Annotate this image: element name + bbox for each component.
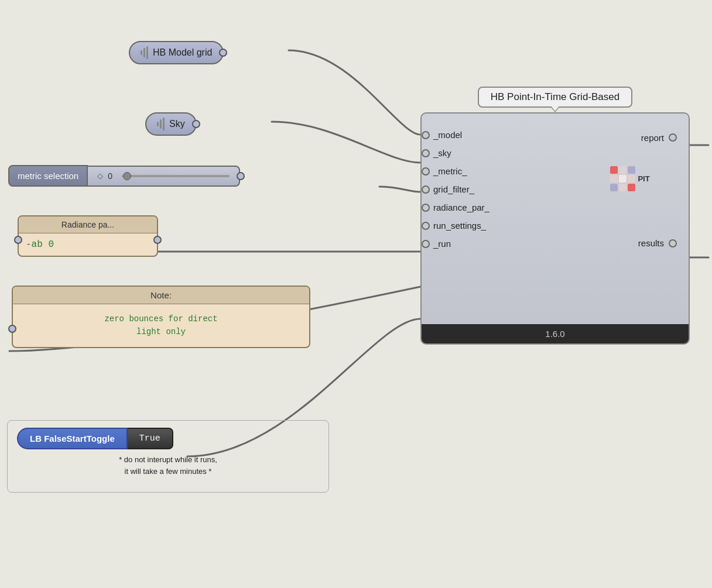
false-start-toggle-button[interactable]: LB FalseStartToggle bbox=[17, 428, 128, 449]
note-input-port[interactable] bbox=[8, 325, 16, 333]
main-node-title-box: HB Point-In-Time Grid-Based bbox=[478, 87, 632, 108]
input-radiance-par-label: radiance_par_ bbox=[433, 202, 490, 212]
input-sky-row: _sky bbox=[433, 148, 577, 158]
metric-slider-wrap[interactable]: ◇ 0 bbox=[88, 166, 240, 187]
input-run-port[interactable] bbox=[422, 240, 430, 248]
note-line2: light only bbox=[136, 327, 186, 336]
metric-slider-thumb[interactable] bbox=[123, 172, 131, 180]
sky-node[interactable]: Sky bbox=[145, 112, 197, 136]
metric-selection-label: metric selection bbox=[8, 165, 88, 187]
radiance-param-output-port[interactable] bbox=[153, 236, 162, 244]
note-line1: zero bounces for direct bbox=[104, 314, 217, 324]
sky-output-port[interactable] bbox=[192, 120, 200, 128]
input-run-settings-port[interactable] bbox=[422, 222, 430, 230]
pit-logo: PIT bbox=[610, 166, 649, 191]
output-report-row: report bbox=[641, 121, 677, 154]
toggle-true-value[interactable]: True bbox=[128, 428, 173, 449]
input-metric-row: _metric_ bbox=[433, 166, 577, 176]
main-node-title: HB Point-In-Time Grid-Based bbox=[491, 91, 619, 102]
input-metric-label: _metric_ bbox=[433, 166, 467, 176]
input-grid-filter-port[interactable] bbox=[422, 185, 430, 194]
radiance-param-title: Radiance pa... bbox=[19, 216, 157, 233]
input-run-settings-label: run_settings_ bbox=[433, 221, 486, 231]
note-body: zero bounces for direct light only bbox=[13, 304, 309, 347]
input-model-label: _model bbox=[433, 130, 462, 140]
metric-slider-track[interactable] bbox=[122, 175, 230, 177]
radiance-param-input-port[interactable] bbox=[14, 236, 22, 244]
radiance-param-node[interactable]: Radiance pa... -ab 0 bbox=[18, 215, 158, 257]
note-title: Note: bbox=[13, 287, 309, 304]
toggle-note: * do not interupt while it runs, it will… bbox=[17, 454, 319, 477]
input-metric-port[interactable] bbox=[422, 167, 430, 176]
toggle-note-line1: * do not interupt while it runs, bbox=[119, 455, 217, 464]
radiance-param-value: -ab 0 bbox=[19, 233, 157, 256]
metric-selection-node[interactable]: metric selection ◇ 0 bbox=[8, 165, 240, 187]
input-run-row: _run bbox=[433, 239, 577, 249]
main-node-version: 1.6.0 bbox=[422, 324, 689, 343]
hb-model-grid-label: HB Model grid bbox=[153, 47, 212, 58]
input-sky-port[interactable] bbox=[422, 149, 430, 157]
output-results-row: results bbox=[583, 238, 677, 248]
output-report-label: report bbox=[641, 133, 664, 143]
input-radiance-par-row: radiance_par_ bbox=[433, 202, 577, 212]
hb-model-grid-output-port[interactable] bbox=[219, 49, 227, 57]
main-node-inputs: _model _sky _metric_ grid_filter_ bbox=[422, 122, 583, 318]
input-grid-filter-row: grid_filter_ bbox=[433, 184, 577, 194]
false-start-toggle-wrap: LB FalseStartToggle True * do not interu… bbox=[7, 420, 329, 493]
metric-output-port[interactable] bbox=[237, 172, 245, 180]
metric-value: 0 bbox=[108, 171, 112, 181]
sky-signal-waves-icon bbox=[157, 118, 165, 130]
hb-model-grid-node[interactable]: HB Model grid bbox=[129, 41, 224, 64]
main-node-outputs: report bbox=[583, 122, 689, 318]
sky-label: Sky bbox=[169, 119, 185, 129]
note-node: Note: zero bounces for direct light only bbox=[12, 286, 310, 348]
input-model-row: _model bbox=[433, 130, 577, 140]
diamond-icon: ◇ bbox=[97, 171, 103, 180]
input-run-label: _run bbox=[433, 239, 451, 249]
output-report-port[interactable] bbox=[669, 133, 677, 142]
input-radiance-par-port[interactable] bbox=[422, 204, 430, 212]
input-model-port[interactable] bbox=[422, 131, 430, 139]
toggle-row: LB FalseStartToggle True bbox=[17, 428, 319, 449]
input-grid-filter-label: grid_filter_ bbox=[433, 184, 474, 194]
main-node[interactable]: HB Point-In-Time Grid-Based _model _sky bbox=[420, 87, 690, 345]
output-results-port[interactable] bbox=[669, 239, 677, 247]
input-run-settings-row: run_settings_ bbox=[433, 221, 577, 231]
toggle-note-line2: it will take a few minutes * bbox=[125, 467, 212, 476]
signal-waves-icon bbox=[141, 46, 148, 59]
input-sky-label: _sky bbox=[433, 148, 451, 158]
output-results-label: results bbox=[638, 238, 664, 248]
